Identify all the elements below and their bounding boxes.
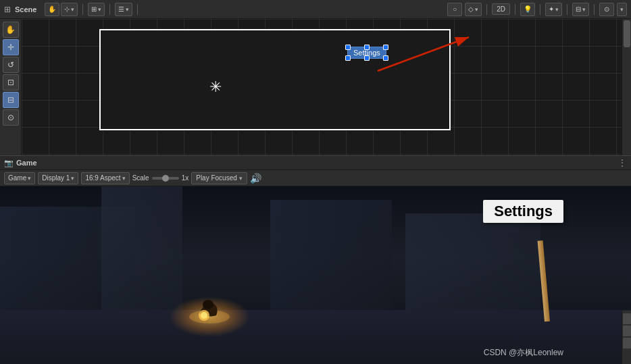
2d-toggle-btn[interactable]: 2D bbox=[492, 3, 510, 15]
game-floor bbox=[0, 310, 631, 364]
game-toolbar: Game Display 1 16:9 Aspect Scale 1x Play… bbox=[0, 170, 631, 186]
aspect-dropdown[interactable]: 16:9 Aspect bbox=[81, 172, 129, 184]
handle-tm bbox=[364, 45, 370, 50]
display-dropdown[interactable]: Display 1 bbox=[38, 172, 78, 184]
sep-1 bbox=[82, 4, 83, 15]
rect-icon: ⊞ bbox=[91, 5, 97, 13]
scene-grid-icon: ⊞ bbox=[4, 5, 11, 14]
custom-tool[interactable]: ⊙ bbox=[3, 109, 19, 126]
game-camera-icon: 📷 bbox=[4, 159, 14, 167]
sep-5 bbox=[515, 4, 515, 15]
sep-8 bbox=[594, 4, 595, 15]
sep-6 bbox=[540, 4, 540, 15]
scale-label: Scale bbox=[132, 174, 149, 182]
sep-2 bbox=[109, 4, 110, 15]
right-btn-1[interactable] bbox=[623, 313, 631, 324]
svg-point-3 bbox=[203, 300, 213, 309]
shape-icon: ◇ bbox=[468, 5, 474, 13]
rect-transform-tool[interactable]: ⊟ bbox=[3, 92, 19, 108]
game-mode-dropdown[interactable]: Game bbox=[4, 172, 35, 184]
rotate-tool[interactable]: ↺ bbox=[3, 57, 19, 73]
sep-3 bbox=[137, 4, 138, 15]
grid-icon: ⊟ bbox=[576, 5, 581, 13]
display-chevron bbox=[71, 174, 74, 182]
game-mode-label: Game bbox=[8, 174, 26, 182]
play-focused-label: Play Focused bbox=[196, 174, 237, 182]
scale-group: Scale 1x bbox=[132, 174, 189, 182]
handle-br bbox=[383, 55, 388, 61]
game-character bbox=[182, 290, 236, 323]
handle-tr bbox=[383, 45, 388, 50]
grid-settings-chevron bbox=[582, 5, 586, 13]
move-tool[interactable]: ✛ bbox=[3, 39, 19, 55]
rect-tool-dropdown[interactable]: ⊞ bbox=[88, 3, 105, 16]
gizmo-chevron bbox=[620, 5, 624, 13]
display-label: Display 1 bbox=[42, 174, 70, 182]
scene-settings-button[interactable]: Settings bbox=[347, 47, 386, 59]
svg-point-5 bbox=[201, 312, 207, 319]
layers-icon: ☰ bbox=[118, 5, 124, 13]
sep-4 bbox=[486, 4, 487, 15]
shape-chevron bbox=[475, 5, 478, 13]
move-tool-dropdown[interactable]: ⊹ bbox=[61, 3, 78, 16]
scene-toolbar: ⊞ Scene ✋ ⊹ ⊞ ☰ ○ ◇ 2D bbox=[0, 0, 631, 19]
fx-chevron bbox=[555, 5, 559, 13]
game-topbar: 📷 Game ⋮ bbox=[0, 155, 631, 170]
game-viewport[interactable]: Settings CSDN @亦枫Leonlew bbox=[0, 186, 631, 364]
sep-7 bbox=[567, 4, 567, 15]
scene-panel-title: Scene bbox=[15, 5, 36, 14]
gizmo-dropdown[interactable] bbox=[617, 3, 627, 16]
hand-tool-btn[interactable]: ✋ bbox=[45, 3, 59, 16]
right-btn-3[interactable] bbox=[623, 338, 631, 348]
play-focused-btn[interactable]: Play Focused bbox=[191, 172, 247, 184]
layers-dropdown[interactable]: ☰ bbox=[115, 3, 132, 16]
scrollbar-thumb[interactable] bbox=[624, 20, 630, 47]
light-btn[interactable]: 💡 bbox=[520, 3, 535, 16]
fx-icon: ✦ bbox=[549, 5, 554, 13]
fx-dropdown[interactable]: ✦ bbox=[545, 3, 562, 16]
circle-tool-btn[interactable]: ○ bbox=[447, 3, 462, 16]
game-settings-text: Settings bbox=[494, 203, 553, 219]
scale-tool[interactable]: ⊡ bbox=[3, 74, 19, 90]
game-mode-chevron bbox=[28, 174, 31, 182]
aspect-chevron bbox=[122, 174, 126, 182]
move-icon: ⊹ bbox=[64, 5, 70, 13]
right-panel bbox=[622, 311, 631, 364]
handle-tl bbox=[345, 45, 351, 50]
right-btn-2[interactable] bbox=[623, 326, 631, 336]
hand-tool[interactable]: ✋ bbox=[3, 22, 19, 38]
handle-bl bbox=[345, 55, 351, 61]
game-settings-label: Settings bbox=[483, 200, 563, 223]
move-chevron bbox=[71, 5, 74, 13]
game-panel: 📷 Game ⋮ Game Display 1 16:9 Aspect Scal… bbox=[0, 155, 631, 364]
gizmo-btn[interactable]: ⊙ bbox=[599, 3, 614, 16]
scene-scrollbar[interactable] bbox=[622, 19, 631, 155]
handle-bm bbox=[364, 55, 370, 61]
transform-tools: ✋ ⊹ bbox=[45, 3, 78, 16]
aspect-label: 16:9 Aspect bbox=[85, 174, 120, 182]
rect-chevron bbox=[98, 5, 101, 13]
scene-left-tools: ✋ ✛ ↺ ⊡ ⊟ ⊙ bbox=[0, 19, 22, 155]
scale-value: 1x bbox=[182, 174, 189, 182]
volume-icon[interactable]: 🔊 bbox=[250, 173, 261, 184]
scene-panel: ⊞ Scene ✋ ⊹ ⊞ ☰ ○ ◇ 2D bbox=[0, 0, 631, 155]
scene-viewport[interactable]: Settings bbox=[22, 19, 622, 155]
game-more-btn[interactable]: ⋮ bbox=[617, 157, 627, 168]
game-panel-title: Game bbox=[16, 159, 37, 167]
scene-camera-rect: Settings bbox=[99, 29, 451, 130]
scale-slider[interactable] bbox=[152, 177, 179, 180]
grid-settings-dropdown[interactable]: ⊟ bbox=[572, 3, 589, 16]
play-focused-chevron bbox=[239, 174, 243, 182]
layers-chevron bbox=[126, 5, 129, 13]
shape-dropdown[interactable]: ◇ bbox=[465, 3, 482, 16]
